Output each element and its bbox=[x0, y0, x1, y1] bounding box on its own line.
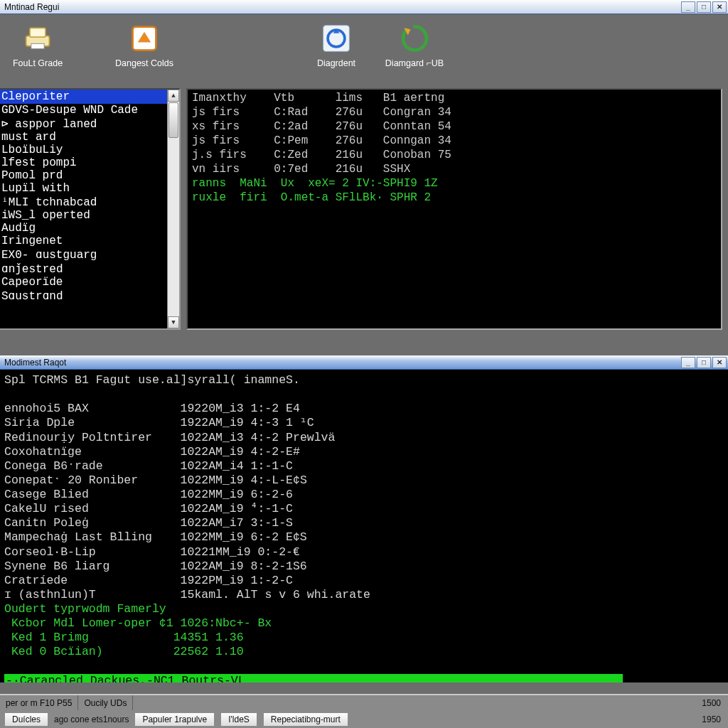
window-bottom: Modimest Raqot _ □ ✕ Spl TCRMS B1 Fagut … bbox=[0, 355, 728, 682]
scroll-down-arrow[interactable]: ▼ bbox=[168, 316, 179, 328]
status-number-2: 1950 bbox=[695, 714, 728, 724]
list-item[interactable]: ⊳ asppor laned bbox=[0, 117, 179, 131]
left-list-panel: Cleporiter GDVS-Desupe WND Cade⊳ asppor … bbox=[0, 88, 181, 330]
scrollbar-vertical[interactable]: ▲ ▼ bbox=[167, 90, 179, 328]
window-top: Mntinad Regui _ □ ✕ FouLt Grade Dangest … bbox=[0, 0, 728, 355]
left-list-header[interactable]: Cleporiter bbox=[0, 90, 179, 104]
caret-square-icon bbox=[127, 21, 161, 55]
list-item[interactable]: Sɑustrɑnd bbox=[0, 289, 179, 303]
close-button[interactable]: ✕ bbox=[712, 357, 727, 368]
scroll-thumb[interactable] bbox=[168, 102, 178, 138]
statusbar-row2: ago cone ets1nours Papuler 1rapulve I'ld… bbox=[0, 710, 728, 728]
tool-label: Dangest Colds bbox=[115, 58, 173, 68]
title-bottom: Modimest Raqot bbox=[4, 358, 681, 368]
list-item[interactable]: Lupïl with bbox=[0, 182, 179, 195]
title-top: Mntinad Regui bbox=[4, 2, 681, 12]
tab-duicles[interactable]: Duícles bbox=[4, 712, 48, 727]
list-item[interactable]: ⁱMLI tchnabcad bbox=[0, 195, 179, 209]
tab-papuler[interactable]: Papuler 1rapulve bbox=[134, 712, 215, 727]
list-item[interactable]: Capeorïde bbox=[0, 276, 179, 289]
titlebar-top[interactable]: Mntinad Regui _ □ ✕ bbox=[0, 0, 728, 14]
list-item[interactable]: EX0- ɑustguarg bbox=[0, 247, 179, 262]
disc-refresh-icon bbox=[319, 21, 353, 55]
list-item[interactable]: Pomol prd bbox=[0, 169, 179, 182]
svg-rect-1 bbox=[30, 28, 46, 37]
statusbar: per or m F10 P55 Oucily UDs 1500 ago con… bbox=[0, 694, 728, 728]
minimize-button[interactable]: _ bbox=[681, 357, 695, 368]
close-button[interactable]: ✕ bbox=[712, 1, 727, 13]
status-seg-2[interactable]: Oucily UDs bbox=[78, 695, 133, 710]
list-item[interactable]: LboïbuLiy bbox=[0, 144, 179, 156]
right-terminal[interactable]: Imanxthy Vtb lims B1 aertng js firs C:Ra… bbox=[186, 88, 722, 330]
terminal-bottom[interactable]: Spl TCRMS B1 Fagut use.al]syrall( inamne… bbox=[0, 370, 728, 682]
list-item[interactable]: Audïg bbox=[0, 222, 179, 235]
tool-dangest-colds[interactable]: Dangest Colds bbox=[112, 21, 176, 68]
tool-label: Diagrdent bbox=[317, 58, 355, 68]
list-item[interactable]: lfest pompi bbox=[0, 156, 179, 169]
svg-rect-2 bbox=[31, 43, 44, 48]
list-item[interactable]: must ard bbox=[0, 131, 179, 144]
list-item[interactable]: ɑnǰestred bbox=[0, 262, 179, 276]
tool-diagrdent[interactable]: Diagrdent bbox=[304, 21, 368, 68]
recycle-icon bbox=[397, 21, 432, 55]
tool-label: Diamgard ⌐UB bbox=[385, 58, 444, 68]
window-buttons-bottom: _ □ ✕ bbox=[681, 357, 727, 368]
tab-ildes[interactable]: I'ldeS bbox=[220, 712, 257, 727]
status-seg-1[interactable]: per or m F10 P55 bbox=[0, 695, 78, 710]
tool-diamgard-rb[interactable]: Diamgard ⌐UB bbox=[382, 21, 446, 68]
printer-icon bbox=[21, 21, 55, 55]
status-row2-label: ago cone ets1nours bbox=[54, 714, 129, 724]
list-item[interactable]: GDVS-Desupe WND Cade bbox=[0, 104, 179, 117]
maximize-button[interactable]: □ bbox=[697, 357, 711, 368]
body-row: Cleporiter GDVS-Desupe WND Cade⊳ asppor … bbox=[0, 88, 728, 330]
list-item[interactable]: Iringenet bbox=[0, 235, 179, 247]
maximize-button[interactable]: □ bbox=[697, 1, 711, 13]
titlebar-bottom[interactable]: Modimest Raqot _ □ ✕ bbox=[0, 355, 728, 370]
window-buttons-top: _ □ ✕ bbox=[681, 1, 727, 13]
tool-label: FouLt Grade bbox=[13, 58, 63, 68]
tab-repeciatibng[interactable]: Repeciatibng-murt bbox=[263, 712, 348, 727]
minimize-button[interactable]: _ bbox=[681, 1, 695, 13]
list-item[interactable]: iWS_l operted bbox=[0, 209, 179, 222]
tool-fault-grade[interactable]: FouLt Grade bbox=[6, 21, 70, 68]
toolbar: FouLt Grade Dangest Colds Diagrdent Diam… bbox=[0, 14, 728, 88]
statusbar-row1: per or m F10 P55 Oucily UDs 1500 bbox=[0, 695, 728, 710]
scroll-up-arrow[interactable]: ▲ bbox=[168, 90, 179, 102]
status-number-1: 1500 bbox=[695, 698, 728, 708]
